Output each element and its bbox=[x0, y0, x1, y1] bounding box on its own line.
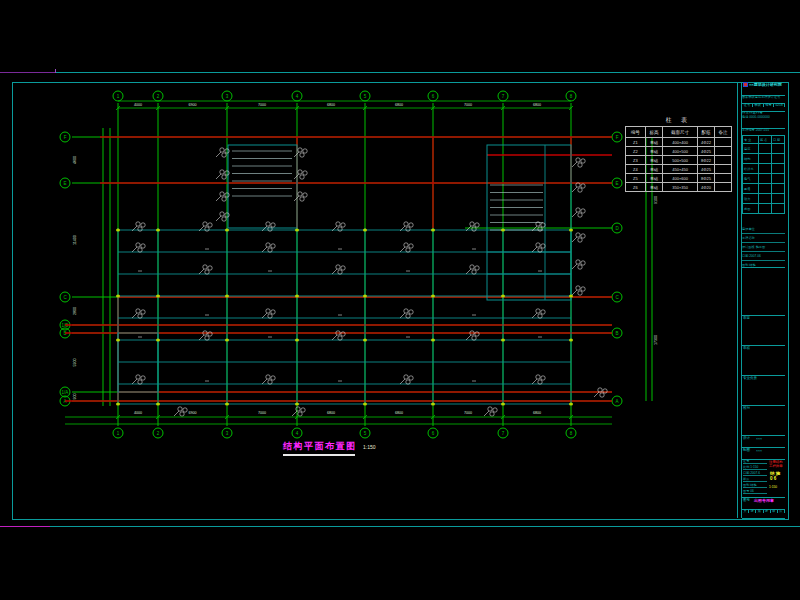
approve-cell: 审定 bbox=[742, 315, 785, 346]
beam-tag-cluster bbox=[572, 286, 585, 295]
left-dim: 4600 bbox=[73, 156, 77, 164]
column-table-cell: 400×500 bbox=[663, 147, 698, 156]
column-table-cell: Z3 bbox=[626, 156, 646, 165]
grid-bubble-right-label: A bbox=[615, 399, 618, 404]
column-table-cell: 4Φ25 bbox=[698, 165, 715, 174]
beam-tag-cluster bbox=[466, 331, 479, 340]
bottom-dim: 6800 bbox=[533, 411, 541, 415]
grid-bubble-left-label: 1/A bbox=[62, 390, 69, 395]
column-node bbox=[501, 295, 505, 298]
bottom-dim: 6800 bbox=[395, 411, 403, 415]
column-node bbox=[116, 229, 120, 232]
top-dim: 6800 bbox=[395, 103, 403, 107]
column-table-cell: 基础 bbox=[645, 183, 663, 192]
beam-tag-cluster bbox=[262, 243, 275, 252]
column-node bbox=[295, 339, 299, 342]
column-table-cell: 350×350 bbox=[663, 183, 698, 192]
top-dim: 7000 bbox=[258, 103, 266, 107]
column-table-cell: 4Φ25 bbox=[698, 147, 715, 156]
beam-tag-cluster bbox=[132, 243, 145, 252]
grid-bubble-left-label: E bbox=[63, 181, 66, 186]
column-node bbox=[156, 339, 160, 342]
bottom-rule-accent bbox=[0, 526, 50, 527]
left-dim: 5900 bbox=[73, 359, 77, 367]
beam-tag-cluster bbox=[294, 170, 307, 179]
drawing-caption: 结构平面布置图 1:150 bbox=[283, 440, 357, 456]
column-node bbox=[116, 339, 120, 342]
grid-bubble-bottom-label: 6 bbox=[432, 431, 435, 436]
beam-tag-cluster bbox=[400, 309, 413, 318]
column-table-cell bbox=[715, 147, 732, 156]
column-node bbox=[501, 229, 505, 232]
beam-tag-cluster bbox=[332, 331, 345, 340]
grid-bubble-top-label: 8 bbox=[570, 94, 573, 99]
column-node bbox=[295, 229, 299, 232]
column-table-cell: 基础 bbox=[645, 165, 663, 174]
column-table-title: 柱 表 bbox=[625, 114, 732, 126]
grid-bubble-bottom-label: 1 bbox=[117, 431, 120, 436]
left-dim: 900 bbox=[73, 394, 77, 400]
column-schedule-table: 柱 表 编号标高截面尺寸配筋备注Z1基础400×4004Φ22Z2基础400×5… bbox=[625, 114, 732, 192]
column-table-cell bbox=[715, 174, 732, 183]
column-node bbox=[363, 295, 367, 298]
blank-cell bbox=[742, 267, 785, 316]
column-node bbox=[156, 403, 160, 406]
column-node bbox=[501, 339, 505, 342]
beam-tag-cluster bbox=[292, 407, 305, 416]
column-table-cell: 400×400 bbox=[663, 138, 698, 147]
grid-bubble-bottom-label: 4 bbox=[296, 431, 299, 436]
column-table-cell: 基础 bbox=[645, 174, 663, 183]
top-dim: 6800 bbox=[327, 103, 335, 107]
beam-tag-cluster bbox=[294, 148, 307, 157]
column-table-cell: Z1 bbox=[626, 138, 646, 147]
column-node bbox=[116, 295, 120, 298]
grid-bubble-top-label: 2 bbox=[157, 94, 160, 99]
column-node bbox=[225, 339, 229, 342]
top-dim: 7000 bbox=[464, 103, 472, 107]
bottom-dim: 4000 bbox=[134, 411, 142, 415]
column-table-cell: 8Φ25 bbox=[698, 174, 715, 183]
beam-tag-cluster bbox=[572, 158, 585, 167]
column-node bbox=[431, 339, 435, 342]
column-table-cell: 400×600 bbox=[663, 174, 698, 183]
unit-lines: 建设单位工程名称设计阶段 施工图日期 2007.06图别 结施 bbox=[742, 225, 785, 268]
floor-plan-drawing[interactable]: 1122334455667788FEC1/BB1/AAFEDCBA4000690… bbox=[0, 0, 800, 600]
column-node bbox=[569, 339, 573, 342]
right-dim: 17300 bbox=[654, 335, 658, 345]
column-node bbox=[116, 403, 120, 406]
beam-tag-cluster bbox=[532, 243, 545, 252]
left-dim: 11400 bbox=[73, 235, 77, 245]
beam-tag-cluster bbox=[484, 407, 497, 416]
bottom-dim: 6900 bbox=[189, 411, 197, 415]
drawing-title-underline bbox=[283, 454, 355, 456]
column-node bbox=[431, 403, 435, 406]
grid-bubble-top-label: 6 bbox=[432, 94, 435, 99]
grid-bubble-bottom-label: 2 bbox=[157, 431, 160, 436]
column-table-cell: 450×450 bbox=[663, 165, 698, 174]
top-dim: 4000 bbox=[134, 103, 142, 107]
column-node bbox=[225, 295, 229, 298]
column-table-cell: 4Φ22 bbox=[698, 138, 715, 147]
column-table-cell bbox=[715, 183, 732, 192]
beam-tag-cluster bbox=[199, 331, 212, 340]
grid-bubble-bottom-label: 7 bbox=[502, 431, 505, 436]
institute-info: ××市××路××号电话 0000-0000000 bbox=[742, 111, 785, 129]
column-table-cell: Z2 bbox=[626, 147, 646, 156]
column-node bbox=[363, 403, 367, 406]
column-table-cell: Z4 bbox=[626, 165, 646, 174]
logo-row: ××建筑设计研究院 bbox=[742, 82, 785, 96]
bottom-dim: 6800 bbox=[327, 411, 335, 415]
column-node bbox=[363, 339, 367, 342]
column-node bbox=[431, 229, 435, 232]
stair-shaft-1 bbox=[228, 145, 297, 228]
bottom-dim: 7000 bbox=[464, 411, 472, 415]
column-table-header: 配筋 bbox=[698, 127, 715, 138]
drawing-title: 结构平面布置图 bbox=[283, 440, 357, 453]
column-table-header: 标高 bbox=[645, 127, 663, 138]
column-table-header: 备注 bbox=[715, 127, 732, 138]
column-node bbox=[569, 229, 573, 232]
beam-tag-cluster bbox=[294, 192, 307, 201]
column-table-cell bbox=[715, 156, 732, 165]
column-node bbox=[156, 295, 160, 298]
cad-viewport[interactable]: 1122334455667788FEC1/BB1/AAFEDCBA4000690… bbox=[0, 0, 800, 600]
